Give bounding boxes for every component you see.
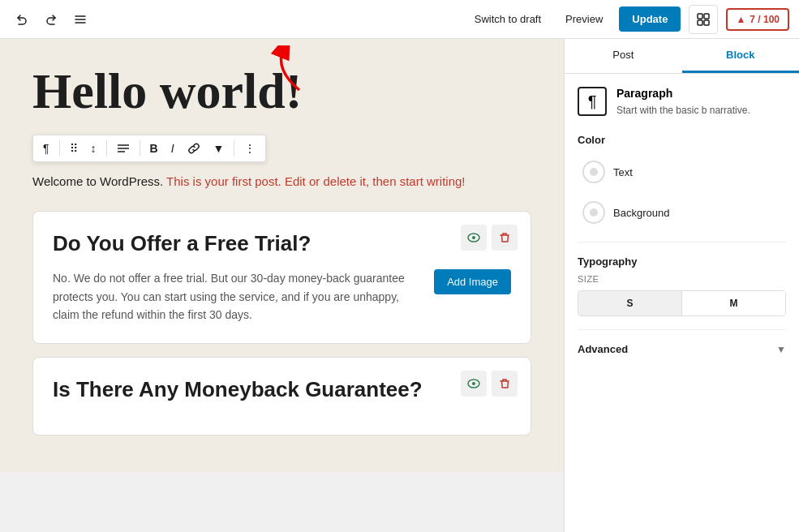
toolbar-divider-1 — [59, 140, 60, 157]
card-2-eye-button[interactable] — [461, 371, 487, 397]
background-color-label: Background — [613, 207, 669, 219]
card-1-body: No. We do not offer a free trial. But ou… — [53, 269, 511, 324]
card-2-actions — [461, 371, 518, 397]
align-button[interactable] — [112, 139, 135, 158]
undo-button[interactable] — [10, 7, 34, 32]
card-1-text: No. We do not offer a free trial. But ou… — [53, 269, 421, 324]
paragraph-text: Welcome to WordPress. — [32, 174, 166, 188]
svg-rect-3 — [698, 14, 702, 19]
advanced-section: Advanced ▼ — [578, 329, 786, 355]
size-label: SIZE — [578, 274, 786, 284]
svg-point-12 — [472, 236, 475, 239]
move-button[interactable]: ↕ — [86, 139, 101, 158]
link-icon — [187, 142, 200, 155]
block-toolbar: ¶ ⠿ ↕ B I ▼ — [32, 135, 266, 162]
svg-rect-6 — [704, 20, 709, 25]
card-1-eye-button[interactable] — [461, 225, 487, 251]
advanced-header[interactable]: Advanced ▼ — [578, 343, 786, 355]
settings-button[interactable] — [689, 5, 718, 34]
card-1-trash-button[interactable] — [492, 225, 518, 251]
sidebar-content: ¶ Paragraph Start with the basic b narra… — [565, 74, 799, 368]
bg-color-circle-inner — [590, 208, 598, 217]
svg-point-14 — [472, 382, 475, 385]
link-button[interactable] — [183, 139, 205, 158]
italic-button[interactable]: I — [166, 139, 179, 158]
eye-icon-2 — [467, 377, 480, 390]
tab-block[interactable]: Block — [682, 39, 800, 73]
chevron-down-icon: ▼ — [776, 344, 786, 355]
paragraph-block-icon: ¶ — [588, 92, 597, 111]
toolbar-divider-2 — [106, 140, 107, 157]
card-1: Do You Offer a Free Trial? No. We do not… — [32, 211, 531, 344]
block-icon: ¶ — [578, 87, 607, 116]
toolbar-divider-4 — [234, 140, 234, 157]
topbar-right: Switch to draft Preview Update ▲ 7 / 100 — [466, 5, 789, 34]
sidebar-tabs: Post Block — [565, 39, 799, 74]
card-1-actions — [461, 225, 518, 251]
post-count-button[interactable]: ▲ 7 / 100 — [726, 8, 789, 31]
card-2-title: Is There Any Moneyback Guarantee? — [53, 377, 511, 402]
drag-icon: ⠿ — [70, 142, 78, 155]
card-2-trash-button[interactable] — [492, 371, 518, 397]
size-m-button[interactable]: M — [682, 291, 785, 315]
post-count-icon: ▲ — [736, 14, 745, 25]
tab-post[interactable]: Post — [565, 39, 682, 73]
more-options-button[interactable]: ▼ — [208, 139, 230, 158]
post-count-label: 7 / 100 — [750, 14, 780, 25]
color-option-background[interactable]: Background — [578, 196, 786, 229]
text-color-label: Text — [613, 166, 633, 178]
paragraph-highlight: This is your first post. Edit or delete … — [166, 174, 465, 188]
toolbar-divider-3 — [140, 140, 140, 157]
editor-paragraph: Welcome to WordPress. This is your first… — [32, 172, 531, 191]
trash-icon — [498, 231, 511, 244]
card-2: Is There Any Moneyback Guarantee? — [32, 357, 531, 435]
color-section-title: Color — [578, 134, 786, 146]
block-title: Paragraph — [616, 87, 750, 100]
size-buttons: S M — [578, 290, 786, 316]
preview-button[interactable]: Preview — [557, 8, 611, 30]
block-details: Paragraph Start with the basic b narrati… — [616, 87, 750, 118]
switch-draft-button[interactable]: Switch to draft — [466, 8, 549, 30]
typography-title: Typography — [578, 255, 786, 268]
paragraph-icon: ¶ — [43, 142, 49, 155]
text-color-swatch — [582, 161, 605, 183]
redo-button[interactable] — [39, 7, 63, 32]
move-icon: ↕ — [91, 142, 97, 155]
kebab-menu-button[interactable]: ⋮ — [239, 139, 260, 158]
svg-rect-4 — [704, 14, 709, 19]
paragraph-type-button[interactable]: ¶ — [38, 139, 54, 158]
color-circle-inner — [590, 168, 598, 176]
background-color-swatch — [582, 201, 605, 224]
eye-icon — [467, 231, 480, 244]
page-title: Hello world! — [32, 63, 531, 118]
topbar-left — [10, 7, 92, 32]
topbar: Switch to draft Preview Update ▲ 7 / 100 — [0, 0, 799, 39]
typography-section: Typography SIZE S M — [578, 242, 786, 316]
update-button[interactable]: Update — [619, 6, 681, 32]
add-image-button[interactable]: Add Image — [434, 269, 511, 294]
bold-button[interactable]: B — [145, 139, 163, 158]
align-icon — [117, 142, 130, 155]
card-1-title: Do You Offer a Free Trial? — [53, 231, 511, 256]
svg-rect-5 — [698, 20, 702, 25]
trash-icon-2 — [498, 377, 511, 390]
advanced-title: Advanced — [578, 343, 628, 355]
drag-handle-button[interactable]: ⠿ — [65, 139, 83, 158]
editor-area[interactable]: Hello world! ¶ ⠿ ↕ B I — [0, 39, 564, 473]
editor-wrapper: Hello world! ¶ ⠿ ↕ B I — [0, 39, 564, 532]
list-view-button[interactable] — [68, 7, 92, 32]
block-info: ¶ Paragraph Start with the basic b narra… — [578, 87, 786, 118]
size-s-button[interactable]: S — [578, 291, 682, 315]
main-area: Hello world! ¶ ⠿ ↕ B I — [0, 39, 799, 532]
color-option-text[interactable]: Text — [578, 156, 786, 188]
block-description: Start with the basic b narrative. — [616, 103, 750, 118]
sidebar: Post Block ¶ Paragraph Start with the ba… — [564, 39, 799, 532]
